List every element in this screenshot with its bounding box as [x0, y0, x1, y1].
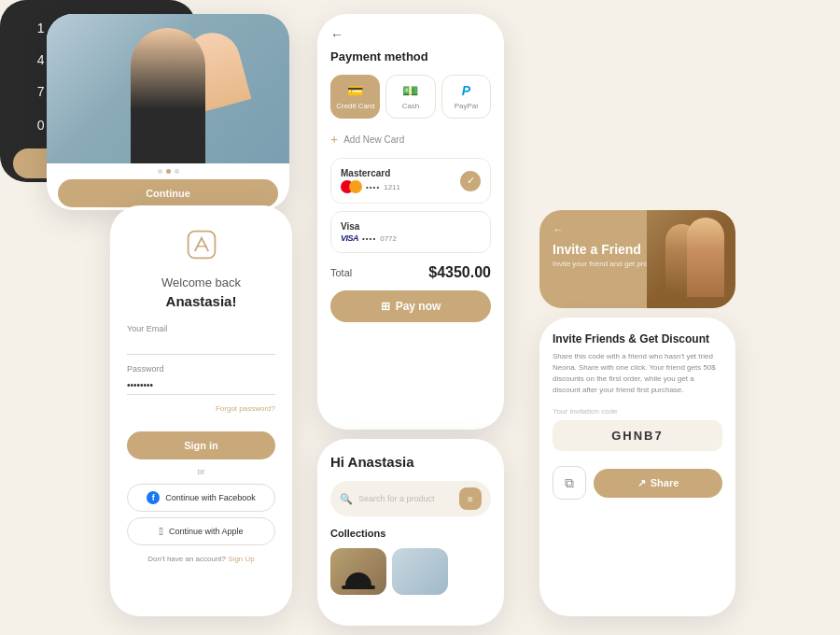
- password-label: Password: [127, 364, 164, 374]
- welcome-name: Anastasia!: [166, 293, 237, 309]
- visa-logo: VISA: [341, 233, 358, 243]
- people-background: [647, 210, 735, 308]
- invite-title: Invite Friends & Get Discount: [553, 332, 722, 346]
- email-input[interactable]: [127, 336, 275, 355]
- person-silhouette: [131, 28, 205, 163]
- paypal-method[interactable]: P PayPal: [441, 75, 491, 119]
- mastercard-logo: [341, 180, 362, 193]
- facebook-icon: f: [147, 491, 160, 504]
- mastercard-name: Mastercard: [341, 168, 400, 178]
- code-label: Your invitation code: [553, 407, 722, 416]
- card-home: Hi Anastasia 🔍 Search for a product ≡ Co…: [317, 439, 504, 626]
- filter-icon: ≡: [468, 494, 473, 504]
- email-label: Your Email: [127, 324, 167, 333]
- collections-row: [330, 548, 491, 595]
- card-payment: ← Payment method 💳 Credit Card 💵 Cash P …: [317, 14, 504, 430]
- invite-description: Share this code with a friend who hasn't…: [553, 351, 722, 396]
- welcome-text: Welcome back: [161, 275, 241, 291]
- card-invite-banner: ← Invite a Friend Invite your friend and…: [539, 210, 735, 308]
- photo-background: [47, 14, 289, 163]
- greeting-text: Hi Anastasia: [330, 454, 491, 470]
- mastercard-item[interactable]: Mastercard •••• 1211 ✓: [330, 158, 491, 204]
- or-divider: or: [197, 467, 204, 476]
- search-bar[interactable]: 🔍 Search for a product ≡: [330, 481, 491, 516]
- mastercard-number: •••• 1211: [341, 180, 400, 193]
- credit-card-method[interactable]: 💳 Credit Card: [330, 75, 380, 119]
- filter-button[interactable]: ≡: [459, 487, 482, 510]
- copy-icon: ⧉: [565, 475, 574, 491]
- invite-code: GHNB7: [553, 420, 722, 451]
- visa-item[interactable]: Visa VISA •••• 0772: [330, 211, 491, 253]
- signup-prompt: Don't have an account? Sign Up: [147, 555, 255, 563]
- logo-icon: [185, 228, 218, 261]
- svg-rect-0: [188, 232, 215, 259]
- share-arrow-icon: ↗: [637, 477, 646, 489]
- password-input[interactable]: [127, 376, 275, 395]
- apple-login-button[interactable]:  Continue with Apple: [127, 517, 275, 545]
- add-card-button[interactable]: + Add New Card: [330, 132, 491, 147]
- cash-method[interactable]: 💵 Cash: [385, 75, 435, 119]
- dot-3: [175, 169, 179, 174]
- back-arrow[interactable]: ←: [330, 27, 491, 42]
- carousel-dots: [47, 163, 289, 179]
- total-amount: $4350.00: [428, 264, 491, 281]
- collection-thumb-2[interactable]: [392, 548, 448, 595]
- paypal-icon: P: [462, 83, 470, 98]
- apple-icon: : [160, 525, 163, 538]
- facebook-login-button[interactable]: f Continue with Facebook: [127, 484, 275, 512]
- copy-button[interactable]: ⧉: [553, 466, 586, 500]
- total-row: Total $4350.00: [330, 264, 491, 281]
- payment-title: Payment method: [330, 49, 491, 64]
- dot-1: [158, 169, 162, 174]
- card-invite: Invite Friends & Get Discount Share this…: [539, 318, 735, 616]
- cash-icon: 💵: [402, 83, 418, 98]
- pay-now-button[interactable]: ⊞ Pay now: [330, 290, 491, 322]
- collection-thumb-1[interactable]: [330, 548, 386, 595]
- share-button[interactable]: ↗ Share: [594, 469, 722, 498]
- hat-brim: [342, 586, 375, 589]
- person1-silhouette: [687, 218, 724, 297]
- collections-title: Collections: [330, 528, 491, 539]
- total-label: Total: [330, 267, 352, 278]
- invite-actions: ⧉ ↗ Share: [553, 466, 722, 500]
- payment-methods: 💳 Credit Card 💵 Cash P PayPal: [330, 75, 491, 119]
- continue-button[interactable]: Continue: [58, 179, 278, 207]
- visa-info: Visa VISA •••• 0772: [341, 221, 397, 243]
- search-icon: 🔍: [340, 493, 353, 505]
- wallet-icon: ⊞: [381, 300, 390, 313]
- visa-name: Visa: [341, 221, 397, 232]
- credit-card-icon: 💳: [347, 83, 363, 98]
- plus-icon: +: [330, 132, 338, 147]
- card-photo: Continue: [47, 14, 289, 210]
- forgot-password-link[interactable]: Forgot password?: [216, 404, 275, 413]
- signin-button[interactable]: Sign in: [127, 431, 275, 459]
- signup-link[interactable]: Sign Up: [228, 555, 254, 563]
- card-login: Welcome back Anastasia! Your Email Passw…: [110, 205, 292, 616]
- visa-number: VISA •••• 0772: [341, 233, 397, 243]
- mastercard-info: Mastercard •••• 1211: [341, 168, 400, 193]
- dot-2: [166, 169, 171, 174]
- search-placeholder: Search for a product: [358, 494, 454, 503]
- selected-check-icon: ✓: [460, 171, 481, 191]
